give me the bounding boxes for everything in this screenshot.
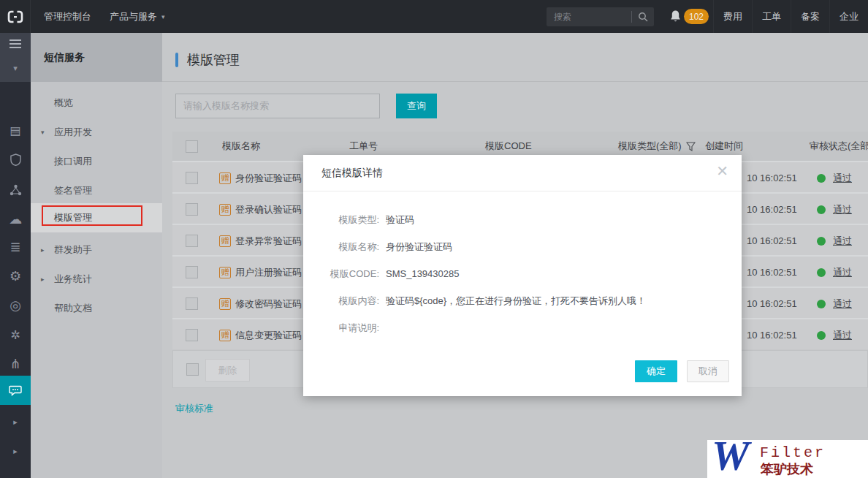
console-screen: 管理控制台 产品与服务 ▾ 搜索 102 费用 工单 备案 企业 — [0, 0, 868, 478]
gift-badge-icon: 赠 — [219, 235, 231, 247]
monitor-icon[interactable]: ◎ — [0, 291, 31, 320]
sidebar-item-api-call[interactable]: 接口调用 — [31, 149, 162, 174]
created-time: 10 16:02:51 — [747, 288, 797, 319]
collapse-arrow-icon[interactable]: ▾ — [0, 55, 31, 82]
modal-body: 模版类型: 验证码 模版名称: 身份验证验证码 模版CODE: SMS_1394… — [303, 191, 742, 341]
sidebar-item-batch-send[interactable]: ▸ 群发助手 — [31, 238, 162, 262]
watermark-company: 笨驴技术 — [761, 460, 813, 478]
search-icon[interactable] — [632, 12, 654, 22]
template-name[interactable]: 信息变更验证码 — [235, 329, 302, 342]
select-all-checkbox[interactable] — [186, 363, 199, 376]
chevron-down-icon: ▾ — [41, 129, 45, 136]
instances-icon[interactable]: ▤ — [0, 115, 31, 145]
field-template-type: 模版类型: 验证码 — [303, 206, 742, 233]
sidebar-item-business-stats[interactable]: ▸ 业务统计 — [31, 267, 162, 292]
chevron-down-icon: ▾ — [161, 13, 165, 20]
status-link[interactable]: 通过 — [833, 172, 852, 185]
menu-item-enterprise[interactable]: 企业 — [829, 0, 868, 33]
hamburger-menu-icon[interactable] — [0, 33, 31, 55]
row-checkbox[interactable] — [186, 235, 198, 247]
sidebar-item-signature-mgmt[interactable]: 签名管理 — [31, 178, 162, 203]
security-shield-icon[interactable] — [0, 145, 31, 174]
template-name[interactable]: 登录确认验证码 — [235, 203, 302, 216]
status-link[interactable]: 通过 — [833, 235, 852, 248]
service-title: 短信服务 — [31, 33, 162, 82]
row-checkbox[interactable] — [186, 203, 198, 216]
review-standard-link[interactable]: 审核标准 — [175, 402, 213, 415]
gift-badge-icon: 赠 — [219, 267, 231, 278]
menu-item-icp[interactable]: 备案 — [791, 0, 829, 33]
notification-bell-icon[interactable] — [667, 8, 683, 24]
status-dot — [817, 237, 826, 246]
menu-item-tickets[interactable]: 工单 — [752, 0, 791, 33]
status-link[interactable]: 通过 — [833, 266, 852, 279]
products-services-label: 产品与服务 — [110, 10, 157, 23]
nodes-icon[interactable] — [0, 175, 31, 205]
watermark-name: Filter — [760, 444, 826, 461]
template-name[interactable]: 修改密码验证码 — [235, 297, 302, 311]
template-name[interactable]: 登录异常验证码 — [235, 235, 302, 248]
aliyun-logo-icon — [7, 10, 24, 23]
expand-arrow-icon[interactable]: ▸ — [0, 466, 31, 478]
col-template-name: 模版名称 — [222, 132, 260, 161]
confirm-button[interactable]: 确定 — [635, 360, 677, 382]
delete-button[interactable]: 删除 — [205, 359, 250, 382]
title-accent-bar — [175, 53, 178, 67]
status-dot — [817, 300, 826, 308]
gift-badge-icon: 赠 — [219, 204, 231, 216]
sms-service-icon[interactable] — [0, 376, 31, 405]
status-link[interactable]: 通过 — [833, 297, 852, 311]
created-time: 10 16:02:51 — [747, 162, 797, 194]
topbar-menu: 费用 工单 备案 企业 — [713, 0, 868, 33]
filter-funnel-icon[interactable] — [686, 142, 696, 151]
row-checkbox[interactable] — [186, 297, 198, 310]
storage-layers-icon[interactable]: ≣ — [0, 232, 31, 262]
template-name[interactable]: 身份验证验证码 — [235, 172, 302, 185]
status-link[interactable]: 通过 — [833, 329, 852, 342]
field-template-name: 模版名称: 身份验证验证码 — [303, 233, 742, 260]
search-placeholder: 搜索 — [547, 11, 631, 23]
query-button[interactable]: 查询 — [396, 94, 437, 118]
template-detail-modal: 短信模版详情 ✕ 模版类型: 验证码 模版名称: 身份验证验证码 模版CODE:… — [303, 155, 742, 396]
row-checkbox[interactable] — [186, 329, 198, 341]
field-template-content: 模版内容: 验证码${code}，您正在进行身份验证，打死不要告诉别人哦！ — [303, 287, 742, 314]
expand-arrow-icon[interactable]: ▸ — [0, 407, 31, 436]
sidebar-item-app-dev[interactable]: ▾ 应用开发 — [31, 120, 162, 145]
product-icon-rail: ▾ ▤ ☁ ≣ ⚙ ◎ ✲ ⋔ ▸ ▸ ▸ — [0, 33, 31, 478]
row-checkbox[interactable] — [186, 266, 198, 278]
gift-badge-icon: 赠 — [219, 172, 231, 184]
analytics-tree-icon[interactable]: ⋔ — [0, 349, 31, 379]
network-star-icon[interactable]: ✲ — [0, 320, 31, 349]
service-sidebar: 短信服务 概览 ▾ 应用开发 接口调用 签名管理 模版管理 ▸ 群发助手 ▸ 业… — [31, 33, 162, 478]
template-name[interactable]: 用户注册验证码 — [235, 266, 302, 279]
gift-badge-icon: 赠 — [219, 298, 231, 310]
menu-item-billing[interactable]: 费用 — [713, 0, 752, 33]
template-search-placeholder: 请输入模版名称搜索 — [183, 99, 269, 113]
cancel-button[interactable]: 取消 — [687, 360, 729, 382]
notification-count-badge[interactable]: 102 — [684, 9, 709, 24]
created-time: 10 16:02:51 — [747, 257, 797, 288]
status-dot — [817, 331, 826, 340]
status-dot — [817, 174, 826, 183]
row-checkbox[interactable] — [186, 172, 198, 184]
select-all-checkbox[interactable] — [186, 140, 198, 153]
status-dot — [817, 205, 826, 214]
field-template-code: 模版CODE: SMS_139430285 — [303, 260, 742, 287]
console-home-link[interactable]: 管理控制台 — [44, 0, 91, 33]
col-review-status: 审核状态(全部) — [810, 132, 868, 161]
cloud-icon[interactable]: ☁ — [0, 205, 31, 234]
sidebar-item-help-docs[interactable]: 帮助文档 — [31, 296, 162, 321]
title-divider — [162, 81, 868, 82]
settings-gear-icon[interactable]: ⚙ — [0, 262, 31, 291]
aliyun-logo[interactable] — [0, 0, 31, 33]
modal-title: 短信模版详情 — [321, 167, 383, 180]
template-search-input[interactable]: 请输入模版名称搜索 — [175, 94, 380, 118]
sidebar-item-template-mgmt[interactable]: 模版管理 — [31, 203, 162, 232]
close-icon[interactable]: ✕ — [716, 164, 728, 178]
sidebar-item-overview[interactable]: 概览 — [31, 91, 162, 115]
global-search-box[interactable]: 搜索 — [547, 7, 654, 26]
gift-badge-icon: 赠 — [219, 330, 231, 341]
expand-arrow-icon[interactable]: ▸ — [0, 436, 31, 466]
status-link[interactable]: 通过 — [833, 203, 852, 216]
products-services-menu[interactable]: 产品与服务 ▾ — [110, 0, 165, 33]
